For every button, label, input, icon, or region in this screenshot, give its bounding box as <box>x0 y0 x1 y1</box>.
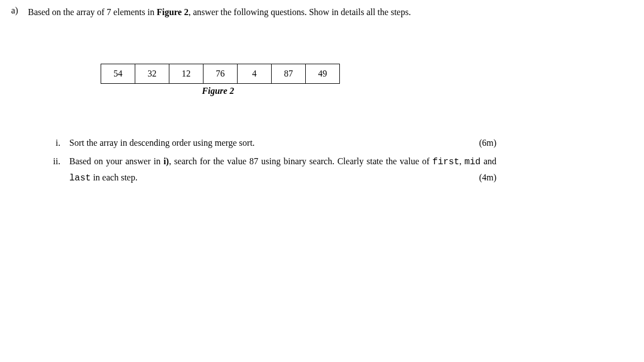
figure-caption: Figure 2 <box>101 86 335 96</box>
array-cell: 4 <box>238 64 272 84</box>
array-cell: 12 <box>169 64 203 84</box>
sub-item-i: i. Sort the array in descending order us… <box>38 135 496 150</box>
sub-i-marks: (6m) <box>479 135 496 150</box>
sub-ii-mono-mid: mid <box>465 157 481 167</box>
sub-ii-part3: in each step. <box>91 173 138 182</box>
array-table: 54 32 12 76 4 87 49 <box>101 64 340 84</box>
sub-ii-marks: (4m) <box>479 170 496 185</box>
sub-i-label: i. <box>38 135 69 150</box>
array-row: 54 32 12 76 4 87 49 <box>101 64 340 84</box>
array-cell: 49 <box>306 64 340 84</box>
sub-i-body: Sort the array in descending order using… <box>69 138 255 147</box>
sub-ii-label: ii. <box>38 154 69 169</box>
sub-item-ii: ii. Based on your answer in i), search f… <box>38 154 496 186</box>
sub-ii-mono-last: last <box>69 173 91 183</box>
sub-ii-part2: , search for the value 87 using binary s… <box>169 156 432 166</box>
sub-ii-text: Based on your answer in i), search for t… <box>69 154 496 186</box>
sub-i-text: Sort the array in descending order using… <box>69 135 496 150</box>
question-a-label: a) <box>11 6 28 16</box>
sub-ii-part1: Based on your answer in <box>69 156 163 166</box>
sub-ii-sep1: , <box>460 156 465 166</box>
array-cell: 76 <box>203 64 238 84</box>
array-cell: 32 <box>135 64 169 84</box>
sub-questions: i. Sort the array in descending order us… <box>38 135 496 187</box>
question-a-bold: Figure 2 <box>157 7 188 17</box>
figure-container: 54 32 12 76 4 87 49 Figure 2 <box>101 64 633 96</box>
question-a-part2: , answer the following questions. Show i… <box>188 7 411 17</box>
array-cell: 87 <box>272 64 306 84</box>
question-a: a) Based on the array of 7 elements in F… <box>11 6 633 19</box>
sub-ii-bold: i) <box>163 156 169 166</box>
question-a-part1: Based on the array of 7 elements in <box>28 7 157 17</box>
sub-ii-mono-first: first <box>433 157 460 167</box>
question-a-text: Based on the array of 7 elements in Figu… <box>28 6 633 19</box>
array-cell: 54 <box>101 64 135 84</box>
sub-ii-sep2: and <box>481 156 496 166</box>
